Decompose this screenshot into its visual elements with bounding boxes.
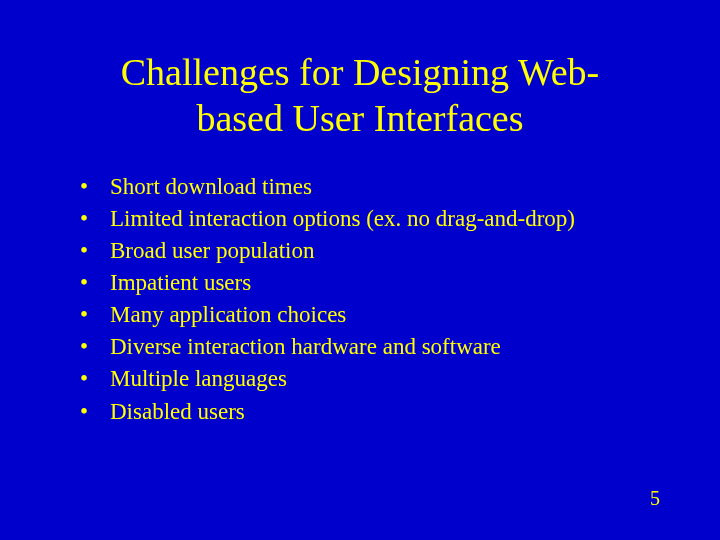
list-item: • Limited interaction options (ex. no dr… — [80, 203, 660, 234]
bullet-icon: • — [80, 331, 92, 362]
bullet-text: Multiple languages — [110, 363, 660, 394]
bullet-text: Broad user population — [110, 235, 660, 266]
bullet-icon: • — [80, 299, 92, 330]
bullet-text: Limited interaction options (ex. no drag… — [110, 203, 660, 234]
list-item: • Multiple languages — [80, 363, 660, 394]
bullet-text: Many application choices — [110, 299, 660, 330]
title-line-2: based User Interfaces — [196, 97, 523, 139]
bullet-text: Impatient users — [110, 267, 660, 298]
list-item: • Short download times — [80, 171, 660, 202]
bullet-icon: • — [80, 396, 92, 427]
slide-title: Challenges for Designing Web- based User… — [60, 50, 660, 141]
bullet-text: Diverse interaction hardware and softwar… — [110, 331, 660, 362]
bullet-list: • Short download times • Limited interac… — [60, 171, 660, 426]
title-line-1: Challenges for Designing Web- — [121, 51, 600, 93]
bullet-text: Disabled users — [110, 396, 660, 427]
list-item: • Broad user population — [80, 235, 660, 266]
list-item: • Impatient users — [80, 267, 660, 298]
page-number: 5 — [650, 487, 660, 510]
bullet-text: Short download times — [110, 171, 660, 202]
list-item: • Disabled users — [80, 396, 660, 427]
list-item: • Many application choices — [80, 299, 660, 330]
bullet-icon: • — [80, 171, 92, 202]
bullet-icon: • — [80, 267, 92, 298]
bullet-icon: • — [80, 235, 92, 266]
bullet-icon: • — [80, 203, 92, 234]
bullet-icon: • — [80, 363, 92, 394]
list-item: • Diverse interaction hardware and softw… — [80, 331, 660, 362]
slide-container: Challenges for Designing Web- based User… — [0, 0, 720, 540]
